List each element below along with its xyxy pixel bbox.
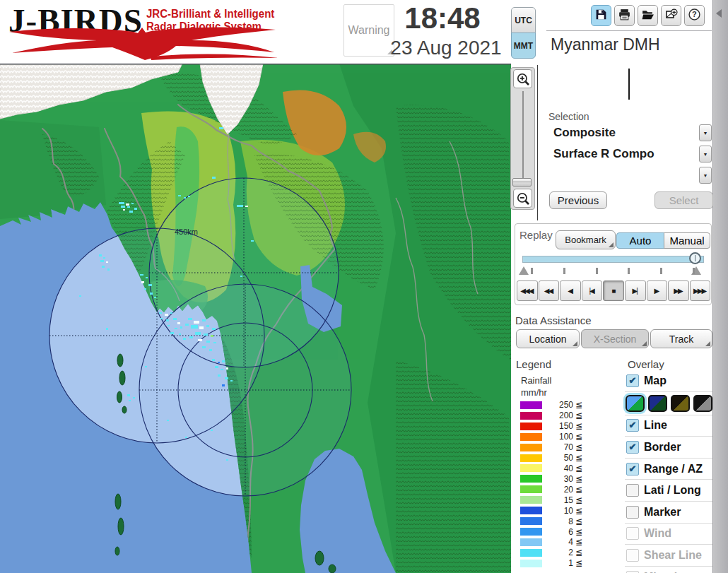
map-style-swatch-1[interactable]: [626, 395, 645, 412]
save-button[interactable]: [591, 5, 611, 26]
overlay-item-border[interactable]: ✔Border: [625, 437, 712, 459]
auto-mode-button[interactable]: Auto: [616, 232, 664, 249]
fast-rewind-button[interactable]: ◀◀: [539, 280, 560, 301]
legend-swatch: [520, 444, 542, 451]
map-style-swatch-3[interactable]: [671, 395, 690, 412]
overlay-item-shear-line: Shear Line: [625, 545, 712, 567]
less-equal-icon: ≦: [575, 506, 582, 516]
product-type-dropdown-button[interactable]: ▼: [699, 146, 712, 163]
legend-row: 8≦: [520, 516, 582, 526]
track-label: Track: [669, 333, 693, 345]
radar-map-canvas[interactable]: 450km: [0, 64, 511, 573]
replay-timeline-track[interactable]: [522, 256, 704, 263]
less-equal-icon: ≦: [575, 558, 582, 568]
product-option-dropdown-button[interactable]: ▼: [699, 167, 712, 184]
jump-start-button[interactable]: ◀◀◀: [517, 280, 538, 301]
overlay-item-label: Wind: [644, 527, 671, 540]
timezone-mmt-button[interactable]: MMT: [511, 33, 536, 59]
legend-unit-line1: Rainfall: [521, 375, 551, 386]
play-button[interactable]: ▶: [647, 280, 668, 301]
toolbar-separator: [546, 30, 712, 31]
x-section-button[interactable]: X-Section: [581, 329, 649, 348]
data-assistance-label: Data Assistance: [515, 314, 592, 326]
product-category-dropdown-button[interactable]: ▼: [699, 124, 712, 141]
legend-row: 200≦: [520, 410, 582, 421]
station-title: Myanmar DMH: [551, 35, 660, 54]
less-equal-icon: ≦: [575, 410, 582, 420]
zoom-slider-handle[interactable]: [512, 178, 532, 187]
legend-value: 150: [542, 421, 573, 431]
step-back-button[interactable]: |◀: [582, 280, 603, 301]
play-reverse-button[interactable]: ◀: [560, 280, 581, 301]
legend-value: 4: [542, 537, 573, 547]
step-forward-button[interactable]: ▶|: [625, 280, 646, 301]
legend-swatch: [520, 454, 542, 462]
jump-end-button[interactable]: ▶▶▶: [690, 280, 711, 301]
timezone-utc-button[interactable]: UTC: [511, 7, 536, 33]
timeline-start-marker: [519, 266, 529, 275]
bookmark-button[interactable]: Bookmark: [556, 230, 616, 249]
checkbox-icon: [626, 527, 639, 540]
capture-button[interactable]: [661, 5, 681, 26]
open-file-button[interactable]: [638, 5, 658, 26]
playback-controls: ◀◀◀◀◀◀|◀■▶|▶▶▶▶▶▶: [517, 280, 710, 301]
map-top-border: [0, 64, 511, 65]
manual-mode-button[interactable]: Manual: [664, 232, 710, 249]
map-style-swatch-2[interactable]: [648, 395, 667, 412]
product-type-dropdown[interactable]: Surface R Compo ▼: [549, 146, 712, 164]
save-icon: [594, 8, 608, 23]
legend-value: 15: [542, 495, 573, 505]
legend-unit-line2: mm/hr: [521, 387, 547, 398]
print-button[interactable]: [614, 5, 635, 26]
legend-value: 200: [542, 410, 573, 420]
checkbox-icon[interactable]: [626, 484, 639, 497]
overlay-list: ✔Map✔Line✔Border✔Range / AZLati / LongMa…: [625, 370, 712, 573]
magnifier-minus-icon: [516, 191, 530, 206]
checkbox-icon[interactable]: [626, 506, 639, 519]
overlay-item-range-az[interactable]: ✔Range / AZ: [625, 459, 712, 480]
magnifier-plus-icon: [516, 72, 530, 86]
legend-row: 6≦: [520, 526, 582, 537]
fast-forward-button[interactable]: ▶▶: [668, 280, 689, 301]
overlay-item-line[interactable]: ✔Line: [625, 415, 712, 437]
corner-expand-icon: [609, 242, 613, 247]
zoom-in-button[interactable]: [513, 69, 532, 88]
overlay-item-marker[interactable]: Marker: [625, 502, 712, 524]
checkbox-checked-icon[interactable]: ✔: [626, 374, 639, 387]
map-style-swatch-4[interactable]: [693, 395, 712, 412]
previous-button[interactable]: Previous: [549, 191, 607, 209]
range-distance-label: 450km: [175, 228, 198, 236]
location-button[interactable]: Location: [516, 329, 580, 348]
less-equal-icon: ≦: [575, 400, 582, 410]
legend-swatch: [520, 538, 542, 546]
product-category-dropdown[interactable]: Composite ▼: [549, 124, 712, 143]
stop-button[interactable]: ■: [603, 280, 624, 301]
help-button[interactable]: ?: [684, 5, 705, 26]
overlay-item-label: Range / AZ: [644, 463, 703, 475]
replay-timeline-handle[interactable]: [689, 252, 701, 264]
legend-row: 70≦: [520, 442, 582, 453]
collapse-panel-arrow-icon[interactable]: [716, 9, 722, 18]
overlay-item-lati-long[interactable]: Lati / Long: [625, 480, 712, 502]
zoom-slider-track[interactable]: [522, 91, 524, 182]
less-equal-icon: ≦: [575, 485, 582, 495]
bookmark-label: Bookmark: [565, 235, 606, 245]
product-option-dropdown[interactable]: ▼: [549, 167, 712, 185]
select-button[interactable]: Select: [654, 191, 713, 209]
overlay-item-map[interactable]: ✔Map: [625, 370, 712, 392]
panel-collapse-strip[interactable]: [712, 0, 728, 573]
zoom-out-button[interactable]: [513, 189, 532, 208]
legend-value: 70: [542, 442, 573, 452]
less-equal-icon: ≦: [575, 453, 582, 463]
legend-value: 250: [542, 400, 573, 410]
legend-scale: 250≦200≦150≦100≦70≦50≦40≦30≦20≦15≦10≦8≦6…: [520, 400, 582, 569]
product-category-value: Composite: [553, 126, 616, 140]
checkbox-checked-icon[interactable]: ✔: [626, 463, 639, 475]
legend-swatch: [520, 528, 542, 536]
checkbox-checked-icon[interactable]: ✔: [626, 419, 639, 432]
track-button[interactable]: Track: [650, 329, 712, 348]
legend-value: 50: [542, 453, 573, 463]
legend-swatch: [520, 485, 542, 493]
checkbox-checked-icon[interactable]: ✔: [626, 441, 639, 454]
legend-swatch: [520, 464, 542, 472]
